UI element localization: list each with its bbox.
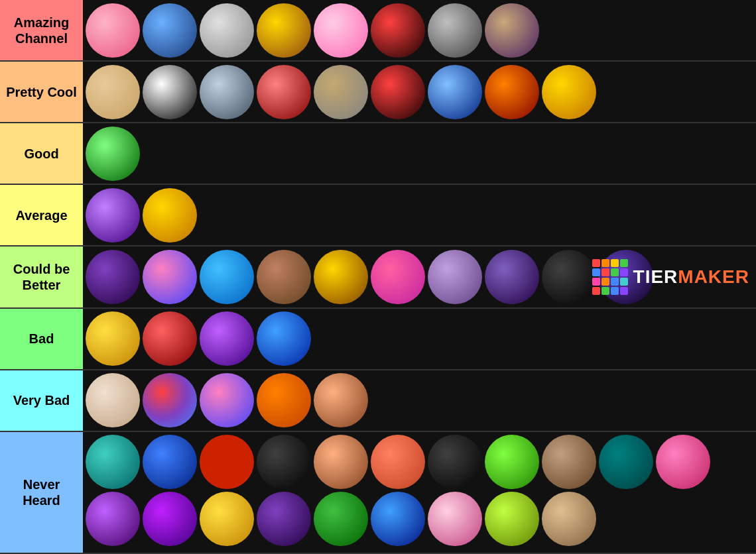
avatar-b2 bbox=[143, 65, 197, 119]
avatar-h3 bbox=[200, 435, 254, 489]
logo-cell bbox=[611, 287, 619, 295]
avatar-h2 bbox=[143, 435, 197, 489]
avatar-g5 bbox=[314, 373, 368, 427]
tiermaker-logo: TIERMAKER bbox=[592, 259, 749, 295]
tier-row-very-bad: Very Bad bbox=[0, 370, 756, 432]
tier-label-average: Average bbox=[0, 185, 83, 245]
logo-cell bbox=[601, 259, 609, 267]
avatar-h16 bbox=[314, 492, 368, 546]
avatar-h19 bbox=[485, 492, 539, 546]
avatar-h10 bbox=[599, 435, 653, 489]
avatar-a3 bbox=[200, 3, 254, 58]
tier-label-very-bad: Very Bad bbox=[0, 370, 83, 431]
avatar-f1 bbox=[86, 311, 140, 366]
avatar-g4 bbox=[257, 373, 311, 427]
tier-items-amazing bbox=[83, 0, 756, 60]
avatar-e8 bbox=[485, 250, 539, 304]
avatar-h1 bbox=[86, 435, 140, 489]
avatar-b1 bbox=[86, 65, 140, 119]
avatar-h11 bbox=[656, 435, 710, 489]
avatar-h13 bbox=[143, 492, 197, 546]
tier-items-never-heard bbox=[83, 432, 756, 553]
avatar-b9 bbox=[542, 65, 596, 119]
avatar-b6 bbox=[371, 65, 425, 119]
avatar-h7 bbox=[428, 435, 482, 489]
tier-row-average: Average bbox=[0, 185, 756, 247]
tier-label-pretty-cool: Pretty Cool bbox=[0, 62, 83, 122]
avatar-e9 bbox=[542, 250, 596, 304]
tier-row-pretty-cool: Pretty Cool bbox=[0, 62, 756, 123]
logo-cell bbox=[601, 278, 609, 286]
avatar-g3 bbox=[200, 373, 254, 427]
avatar-h9 bbox=[542, 435, 596, 489]
logo-text: TIERMAKER bbox=[633, 266, 749, 288]
logo-cell bbox=[620, 287, 628, 295]
avatar-h8 bbox=[485, 435, 539, 489]
tier-label-good: Good bbox=[0, 123, 83, 184]
avatar-b3 bbox=[200, 65, 254, 119]
avatar-d2 bbox=[143, 188, 197, 243]
logo-cell bbox=[601, 268, 609, 276]
tier-label-amazing: Amazing Channel bbox=[0, 0, 83, 60]
avatar-e3 bbox=[200, 250, 254, 304]
avatar-a8 bbox=[485, 3, 539, 58]
tier-items-bad bbox=[83, 309, 756, 369]
tier-items-pretty-cool bbox=[83, 62, 756, 122]
avatar-b8 bbox=[485, 65, 539, 119]
avatar-e2 bbox=[143, 250, 197, 304]
tier-row-amazing: Amazing Channel TIERMAKER bbox=[0, 0, 756, 62]
avatar-h6 bbox=[371, 435, 425, 489]
avatar-f3 bbox=[200, 311, 254, 366]
avatar-a1 bbox=[86, 3, 140, 58]
logo-cell bbox=[592, 287, 600, 295]
avatar-e7 bbox=[428, 250, 482, 304]
avatar-f2 bbox=[143, 311, 197, 366]
tier-label-could-be-better: Could be Better bbox=[0, 247, 83, 307]
logo-cell bbox=[620, 278, 628, 286]
tier-label-never-heard: Never Heard bbox=[0, 432, 83, 553]
tier-row-bad: Bad bbox=[0, 309, 756, 370]
tier-row-good: Good bbox=[0, 123, 756, 185]
avatar-a5 bbox=[314, 3, 368, 58]
avatar-h5 bbox=[314, 435, 368, 489]
tier-row-never-heard: Never Heard bbox=[0, 432, 756, 554]
avatar-g1 bbox=[86, 373, 140, 427]
tier-items-very-bad bbox=[83, 370, 756, 431]
avatar-h12 bbox=[86, 492, 140, 546]
avatar-b7 bbox=[428, 65, 482, 119]
tier-items-good bbox=[83, 123, 756, 184]
logo-cell bbox=[592, 268, 600, 276]
logo-cell bbox=[611, 278, 619, 286]
avatar-a6 bbox=[371, 3, 425, 58]
avatar-e6 bbox=[371, 250, 425, 304]
avatar-h18 bbox=[428, 492, 482, 546]
avatar-e4 bbox=[257, 250, 311, 304]
logo-cell bbox=[601, 287, 609, 295]
avatar-g2 bbox=[143, 373, 197, 427]
logo-cell bbox=[592, 259, 600, 267]
logo-cell bbox=[620, 268, 628, 276]
avatar-f4 bbox=[257, 311, 311, 366]
logo-cell bbox=[592, 278, 600, 286]
avatar-a4 bbox=[257, 3, 311, 58]
avatar-h17 bbox=[371, 492, 425, 546]
avatar-h15 bbox=[257, 492, 311, 546]
tier-label-bad: Bad bbox=[0, 309, 83, 369]
avatar-h14 bbox=[200, 492, 254, 546]
logo-cell bbox=[611, 268, 619, 276]
avatar-e5 bbox=[314, 250, 368, 304]
avatar-a2 bbox=[143, 3, 197, 58]
avatar-h4 bbox=[257, 435, 311, 489]
avatar-h20 bbox=[542, 492, 596, 546]
logo-cell bbox=[620, 259, 628, 267]
avatar-e1 bbox=[86, 250, 140, 304]
logo-cell bbox=[611, 259, 619, 267]
avatar-a7 bbox=[428, 3, 482, 58]
avatar-d1 bbox=[86, 188, 140, 243]
tier-items-average bbox=[83, 185, 756, 245]
tier-table: Amazing Channel TIERMAKER Pretty Cool Go… bbox=[0, 0, 756, 554]
avatar-b4 bbox=[257, 65, 311, 119]
avatar-b5 bbox=[314, 65, 368, 119]
logo-grid bbox=[592, 259, 628, 295]
avatar-c1 bbox=[86, 127, 140, 181]
